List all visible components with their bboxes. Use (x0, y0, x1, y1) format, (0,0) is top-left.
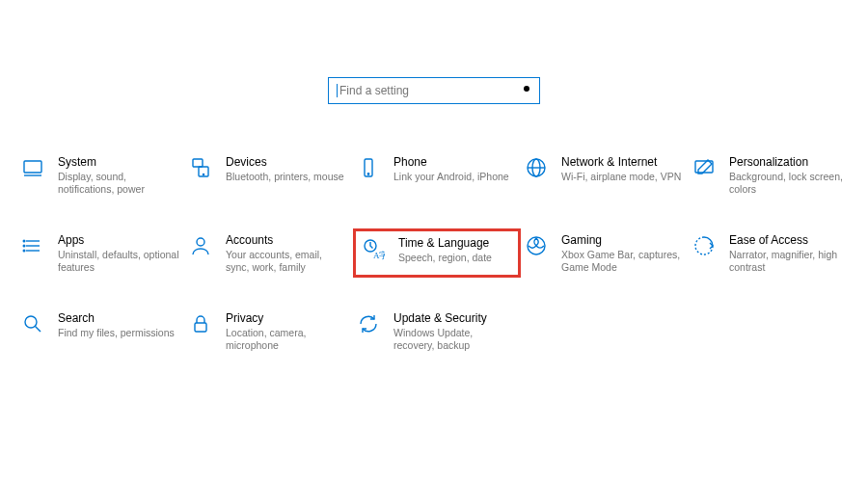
tile-title: Privacy (226, 311, 347, 326)
svg-point-6 (203, 174, 203, 174)
svg-point-16 (23, 240, 25, 242)
tile-text: Gaming Xbox Game Bar, captures, Game Mod… (561, 232, 683, 274)
svg-text:A字: A字 (373, 251, 385, 260)
tile-title: Gaming (561, 233, 683, 248)
personalization-icon (691, 154, 718, 181)
tile-privacy[interactable]: Privacy Location, camera, microphone (185, 307, 353, 356)
empty-cell (521, 307, 689, 356)
time-language-icon: A字 (360, 235, 387, 262)
tile-desc: Bluetooth, printers, mouse (226, 171, 344, 183)
settings-grid: System Display, sound, notifications, po… (0, 150, 868, 356)
tile-title: Update & Security (393, 311, 515, 326)
tile-title: Search (58, 311, 175, 326)
apps-icon (19, 232, 46, 259)
tile-devices[interactable]: Devices Bluetooth, printers, mouse (185, 150, 353, 200)
tile-update-security[interactable]: Update & Security Windows Update, recove… (353, 307, 521, 356)
tile-title: Ease of Access (729, 233, 851, 248)
tile-time-language[interactable]: A字 Time & Language Speech, region, date (353, 228, 521, 278)
tile-text: Network & Internet Wi-Fi, airplane mode,… (561, 154, 681, 183)
search-icon (19, 310, 46, 337)
privacy-icon (187, 310, 214, 337)
search-input[interactable] (339, 84, 520, 97)
tile-text: Ease of Access Narrator, magnifier, high… (729, 232, 851, 274)
phone-icon (355, 154, 382, 181)
svg-point-0 (524, 86, 529, 92)
tile-text: Personalization Background, lock screen,… (729, 154, 851, 196)
tile-phone[interactable]: Phone Link your Android, iPhone (353, 150, 521, 200)
tile-personalization[interactable]: Personalization Background, lock screen,… (689, 150, 856, 200)
tile-title: Accounts (226, 233, 347, 248)
tile-system[interactable]: System Display, sound, notifications, po… (17, 150, 185, 200)
svg-line-1 (522, 91, 525, 94)
tile-text: Update & Security Windows Update, recove… (393, 310, 515, 352)
tile-text: Time & Language Speech, region, date (398, 235, 492, 264)
tile-gaming[interactable]: Gaming Xbox Game Bar, captures, Game Mod… (521, 228, 689, 278)
tile-search[interactable]: Search Find my files, permissions (17, 307, 185, 356)
tile-desc: Display, sound, notifications, power (58, 171, 179, 196)
tile-title: Time & Language (398, 236, 492, 251)
svg-point-17 (23, 245, 25, 247)
tile-desc: Your accounts, email, sync, work, family (226, 249, 347, 274)
svg-rect-4 (193, 159, 203, 167)
svg-point-23 (25, 316, 37, 328)
tile-network[interactable]: Network & Internet Wi-Fi, airplane mode,… (521, 150, 689, 200)
tile-desc: Windows Update, recovery, backup (393, 327, 515, 352)
search-row (0, 77, 868, 104)
gaming-icon (523, 232, 550, 259)
svg-point-18 (23, 250, 25, 252)
tile-desc: Background, lock screen, colors (729, 171, 851, 196)
tile-title: Network & Internet (561, 155, 681, 170)
tile-text: Accounts Your accounts, email, sync, wor… (226, 232, 347, 274)
system-icon (19, 154, 46, 181)
svg-point-8 (367, 174, 368, 174)
svg-rect-25 (195, 323, 206, 332)
tile-text: Privacy Location, camera, microphone (226, 310, 347, 352)
ease-of-access-icon (691, 232, 718, 259)
tile-desc: Location, camera, microphone (226, 327, 347, 352)
tile-text: Phone Link your Android, iPhone (393, 154, 509, 183)
tile-title: Apps (58, 233, 179, 248)
tile-title: Personalization (729, 155, 851, 170)
tile-title: System (58, 155, 179, 170)
tile-desc: Uninstall, defaults, optional features (58, 249, 179, 274)
svg-rect-2 (24, 161, 41, 173)
tile-desc: Wi-Fi, airplane mode, VPN (561, 171, 681, 183)
tile-title: Phone (393, 155, 509, 170)
svg-line-24 (36, 327, 41, 333)
empty-cell (689, 307, 856, 356)
tile-desc: Narrator, magnifier, high contrast (729, 249, 851, 274)
tile-desc: Link your Android, iPhone (393, 171, 509, 183)
tile-desc: Xbox Game Bar, captures, Game Mode (561, 249, 683, 274)
text-caret (337, 84, 338, 97)
tile-ease-of-access[interactable]: Ease of Access Narrator, magnifier, high… (689, 228, 856, 278)
tile-accounts[interactable]: Accounts Your accounts, email, sync, wor… (185, 228, 353, 278)
svg-point-19 (197, 238, 204, 246)
tile-text: Devices Bluetooth, printers, mouse (226, 154, 344, 183)
update-security-icon (355, 310, 382, 337)
tile-apps[interactable]: Apps Uninstall, defaults, optional featu… (17, 228, 185, 278)
tile-desc: Speech, region, date (398, 252, 492, 264)
search-icon (520, 84, 531, 98)
devices-icon (187, 154, 214, 181)
tile-text: Search Find my files, permissions (58, 310, 175, 339)
network-icon (523, 154, 550, 181)
tile-desc: Find my files, permissions (58, 327, 175, 339)
tile-text: Apps Uninstall, defaults, optional featu… (58, 232, 179, 274)
accounts-icon (187, 232, 214, 259)
tile-text: System Display, sound, notifications, po… (58, 154, 179, 196)
tile-title: Devices (226, 155, 344, 170)
search-box[interactable] (328, 77, 540, 104)
